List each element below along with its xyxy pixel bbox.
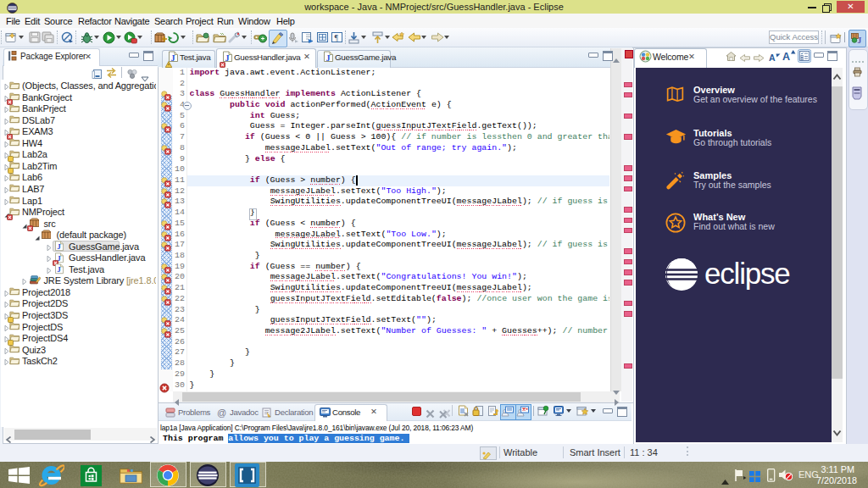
svg-text:¶: ¶ <box>335 33 339 42</box>
svg-text:J: J <box>326 53 331 62</box>
svg-text:A: A <box>769 53 776 63</box>
svg-text:J: J <box>858 36 862 45</box>
svg-text:A: A <box>782 51 790 62</box>
svg-text:J: J <box>57 243 61 252</box>
svg-text:J: J <box>225 53 230 62</box>
svg-text:@: @ <box>217 408 226 418</box>
svg-text:J: J <box>57 266 61 274</box>
